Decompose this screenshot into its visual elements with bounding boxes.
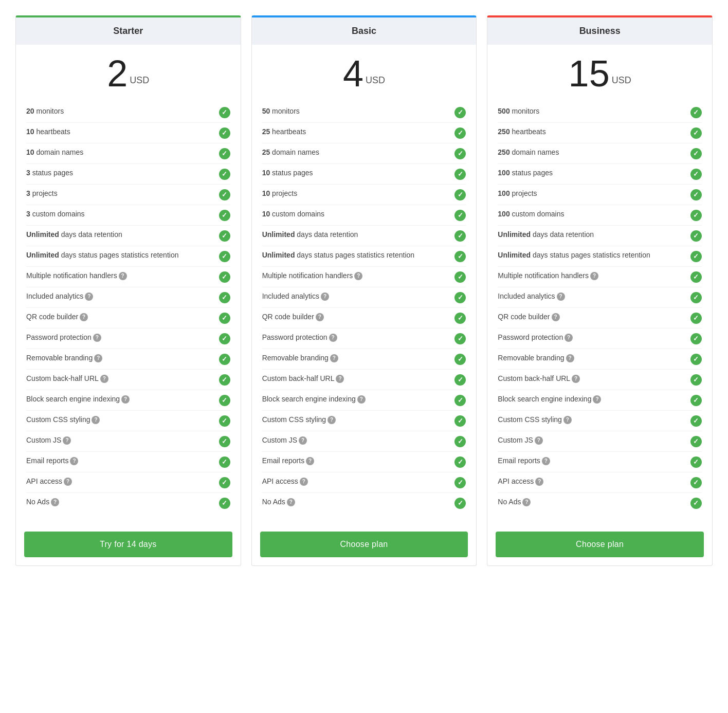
feature-row: Email reports? xyxy=(26,452,230,472)
help-icon[interactable]: ? xyxy=(590,272,598,280)
feature-check-icon xyxy=(690,313,702,324)
help-icon[interactable]: ? xyxy=(593,395,601,404)
feature-text: 250 domain names xyxy=(498,148,690,158)
help-icon[interactable]: ? xyxy=(565,334,573,342)
feature-check-icon xyxy=(219,251,230,262)
feature-text: Custom back-half URL? xyxy=(498,374,690,384)
feature-check-icon xyxy=(454,127,466,139)
help-icon[interactable]: ? xyxy=(93,334,101,342)
feature-row: Block search engine indexing? xyxy=(498,390,702,411)
feature-text: Removable branding? xyxy=(498,353,690,363)
help-icon[interactable]: ? xyxy=(70,457,78,465)
feature-text: 10 heartbeats xyxy=(26,127,219,137)
feature-check-icon xyxy=(454,148,466,159)
feature-row: Password protection? xyxy=(262,328,466,349)
feature-text: API access? xyxy=(498,477,690,487)
feature-row: 100 projects xyxy=(498,185,702,205)
help-icon[interactable]: ? xyxy=(563,416,572,424)
cta-button-business[interactable]: Choose plan xyxy=(496,532,704,557)
help-icon[interactable]: ? xyxy=(119,272,127,280)
feature-row: 25 heartbeats xyxy=(262,123,466,143)
feature-text: 250 heartbeats xyxy=(498,127,690,137)
feature-check-icon xyxy=(219,148,230,159)
feature-text: Removable branding? xyxy=(262,353,455,363)
help-icon[interactable]: ? xyxy=(327,416,336,424)
feature-row: 250 heartbeats xyxy=(498,123,702,143)
help-icon[interactable]: ? xyxy=(51,498,59,506)
feature-row: 250 domain names xyxy=(498,143,702,164)
help-icon[interactable]: ? xyxy=(64,478,72,486)
plan-header-business: Business xyxy=(487,17,712,45)
feature-check-icon xyxy=(690,436,702,447)
feature-text: No Ads? xyxy=(262,497,455,507)
help-icon[interactable]: ? xyxy=(542,457,550,465)
feature-text: Block search engine indexing? xyxy=(262,394,455,405)
help-icon[interactable]: ? xyxy=(92,416,100,424)
help-icon[interactable]: ? xyxy=(321,292,329,301)
help-icon[interactable]: ? xyxy=(354,272,362,280)
help-icon[interactable]: ? xyxy=(299,436,307,445)
feature-text: QR code builder? xyxy=(26,312,219,322)
feature-text: Unlimited days status pages statistics r… xyxy=(26,250,219,261)
help-icon[interactable]: ? xyxy=(557,292,565,301)
feature-check-icon xyxy=(690,456,702,468)
feature-check-icon xyxy=(690,230,702,242)
feature-text: 10 status pages xyxy=(262,168,455,178)
feature-text: Included analytics? xyxy=(26,291,219,302)
help-icon[interactable]: ? xyxy=(572,375,580,383)
feature-check-icon xyxy=(454,313,466,324)
price-amount: 4 xyxy=(343,53,363,94)
feature-row: Multiple notification handlers? xyxy=(498,267,702,287)
help-icon[interactable]: ? xyxy=(552,313,560,321)
help-icon[interactable]: ? xyxy=(336,375,344,383)
feature-row: 10 projects xyxy=(262,185,466,205)
plan-cta-starter: Try for 14 days xyxy=(16,523,241,565)
feature-check-icon xyxy=(690,498,702,509)
help-icon[interactable]: ? xyxy=(330,354,338,362)
plan-price-business: 15USD xyxy=(487,45,712,97)
feature-check-icon xyxy=(219,189,230,200)
feature-check-icon xyxy=(454,456,466,468)
feature-text: Unlimited days data retention xyxy=(26,230,219,240)
feature-check-icon xyxy=(219,230,230,242)
plan-features-basic: 50 monitors25 heartbeats25 domain names1… xyxy=(252,97,477,523)
feature-text: Custom JS? xyxy=(498,435,690,446)
feature-text: No Ads? xyxy=(26,497,219,507)
feature-row: Removable branding? xyxy=(498,349,702,370)
feature-text: Custom back-half URL? xyxy=(26,374,219,384)
help-icon[interactable]: ? xyxy=(121,395,130,404)
help-icon[interactable]: ? xyxy=(357,395,366,404)
feature-check-icon xyxy=(454,271,466,283)
help-icon[interactable]: ? xyxy=(85,292,93,301)
feature-row: Custom CSS styling? xyxy=(498,411,702,431)
help-icon[interactable]: ? xyxy=(535,478,543,486)
help-icon[interactable]: ? xyxy=(63,436,71,445)
help-icon[interactable]: ? xyxy=(80,313,88,321)
help-icon[interactable]: ? xyxy=(306,457,314,465)
help-icon[interactable]: ? xyxy=(287,498,295,506)
feature-row: API access? xyxy=(498,472,702,493)
feature-row: Removable branding? xyxy=(262,349,466,370)
cta-button-starter[interactable]: Try for 14 days xyxy=(24,532,232,557)
help-icon[interactable]: ? xyxy=(522,498,531,506)
feature-check-icon xyxy=(690,148,702,159)
help-icon[interactable]: ? xyxy=(535,436,543,445)
feature-check-icon xyxy=(690,354,702,365)
help-icon[interactable]: ? xyxy=(100,375,108,383)
feature-text: Email reports? xyxy=(26,456,219,466)
help-icon[interactable]: ? xyxy=(566,354,574,362)
help-icon[interactable]: ? xyxy=(300,478,308,486)
feature-check-icon xyxy=(219,436,230,447)
feature-text: API access? xyxy=(26,477,219,487)
cta-button-basic[interactable]: Choose plan xyxy=(260,532,468,557)
feature-row: Unlimited days data retention xyxy=(498,226,702,246)
feature-text: Included analytics? xyxy=(262,291,455,302)
help-icon[interactable]: ? xyxy=(94,354,102,362)
feature-check-icon xyxy=(690,271,702,283)
help-icon[interactable]: ? xyxy=(316,313,324,321)
feature-text: Multiple notification handlers? xyxy=(498,271,690,281)
help-icon[interactable]: ? xyxy=(329,334,337,342)
feature-row: Included analytics? xyxy=(26,287,230,308)
feature-check-icon xyxy=(219,313,230,324)
feature-check-icon xyxy=(454,107,466,118)
